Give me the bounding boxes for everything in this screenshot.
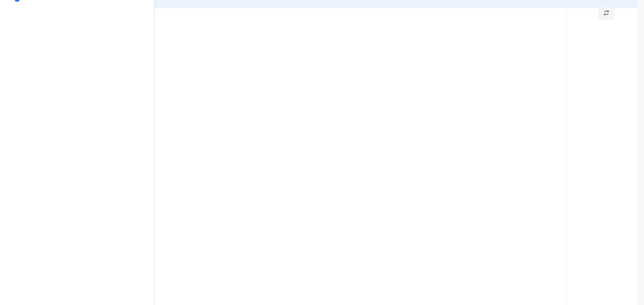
project-root-icon-fragment (15, 0, 19, 2)
reload-compose-button[interactable] (598, 6, 614, 20)
current-line-highlight (154, 0, 637, 8)
project-tree-panel (0, 0, 154, 305)
editor-scrollbar-track[interactable] (637, 0, 644, 305)
ide-window (0, 0, 644, 305)
right-margin-guide (566, 0, 566, 305)
refresh-icon (603, 9, 610, 17)
editor-panel[interactable] (154, 0, 644, 305)
